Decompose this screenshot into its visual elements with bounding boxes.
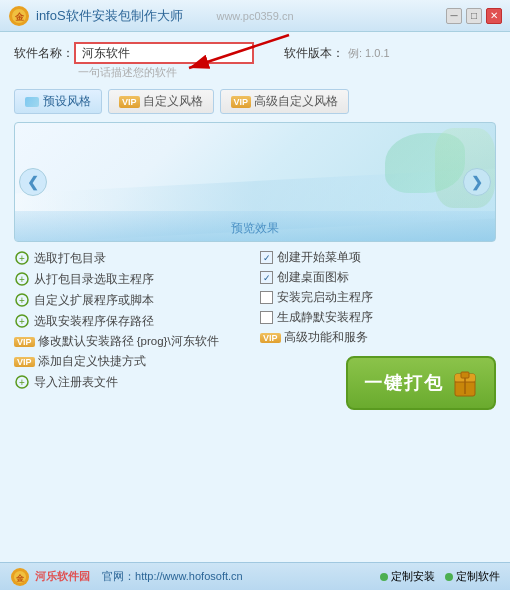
minimize-button[interactable]: ─ <box>446 8 462 24</box>
svg-text:金: 金 <box>15 574 25 583</box>
app-logo: 金 <box>8 5 30 27</box>
silent-install-checkbox[interactable] <box>260 311 273 324</box>
preview-area: ❮ ❯ 预览效果 <box>14 122 496 242</box>
modify-path-text: 修改默认安装路径 {prog}\河东软件 <box>38 334 219 349</box>
tab-preset-label: 预设风格 <box>43 93 91 110</box>
version-hint: 例: 1.0.1 <box>348 46 390 61</box>
advanced-vip-badge: VIP <box>231 96 252 108</box>
svg-rect-17 <box>461 372 469 378</box>
badge-custom-software: 定制软件 <box>445 569 500 584</box>
build-button[interactable]: 一键打包 <box>346 356 496 410</box>
svg-text:金: 金 <box>14 12 25 22</box>
option-select-dir[interactable]: + 选取打包目录 <box>14 250 250 266</box>
badge-dot-1 <box>380 573 388 581</box>
custom-ext-text: 自定义扩展程序或脚本 <box>34 293 154 308</box>
advanced-service-text: 高级功能和服务 <box>284 330 368 345</box>
desc-placeholder: 一句话描述您的软件 <box>78 65 177 80</box>
window-controls: ─ □ ✕ <box>446 8 502 24</box>
advanced-service-vip: VIP <box>260 333 281 343</box>
badge-custom-software-text: 定制软件 <box>456 569 500 584</box>
import-reg-text: 导入注册表文件 <box>34 375 118 390</box>
preview-nav-left[interactable]: ❮ <box>19 168 47 196</box>
name-label: 软件名称： <box>14 45 74 62</box>
start-menu-checkbox[interactable] <box>260 251 273 264</box>
footer-badges: 定制安装 定制软件 <box>380 569 500 584</box>
badge-custom-install: 定制安装 <box>380 569 435 584</box>
main-content: 软件名称： 软件版本： 例: 1.0.1 软件名称： 一句话描述您的软件 预设风… <box>0 32 510 562</box>
custom-vip-badge: VIP <box>119 96 140 108</box>
option-custom-ext[interactable]: + 自定义扩展程序或脚本 <box>14 292 250 308</box>
option-select-main[interactable]: + 从打包目录选取主程序 <box>14 271 250 287</box>
add-shortcut-text: 添加自定义快捷方式 <box>38 354 146 369</box>
tab-custom[interactable]: VIP 自定义风格 <box>108 89 214 114</box>
preset-tab-icon <box>25 97 39 107</box>
desktop-icon-checkbox[interactable] <box>260 271 273 284</box>
select-dir-icon: + <box>14 250 30 266</box>
select-main-icon: + <box>14 271 30 287</box>
svg-text:+: + <box>19 295 25 306</box>
title-bar: 金 infoS软件安装包制作大师 www.pc0359.cn ─ □ ✕ <box>0 0 510 32</box>
red-arrow-annotation <box>169 30 299 80</box>
svg-text:+: + <box>19 253 25 264</box>
launch-after-text: 安装完启动主程序 <box>277 290 373 305</box>
close-button[interactable]: ✕ <box>486 8 502 24</box>
desktop-icon-text: 创建桌面图标 <box>277 270 349 285</box>
svg-text:+: + <box>19 316 25 327</box>
add-shortcut-vip: VIP <box>14 357 35 367</box>
option-silent-install[interactable]: 生成静默安装程序 <box>260 310 496 325</box>
save-path-icon: + <box>14 313 30 329</box>
option-modify-path[interactable]: VIP 修改默认安装路径 {prog}\河东软件 <box>14 334 250 349</box>
select-main-text: 从打包目录选取主程序 <box>34 272 154 287</box>
option-start-menu[interactable]: 创建开始菜单项 <box>260 250 496 265</box>
option-add-shortcut[interactable]: VIP 添加自定义快捷方式 <box>14 354 250 369</box>
tab-custom-label: 自定义风格 <box>143 93 203 110</box>
footer-logo: 金 河乐软件园 <box>10 567 90 587</box>
right-options: 创建开始菜单项 创建桌面图标 安装完启动主程序 生成静默安装程序 VIP 高级功… <box>260 250 496 410</box>
svg-text:+: + <box>19 377 25 388</box>
preview-label: 预览效果 <box>231 220 279 237</box>
preview-nav-right[interactable]: ❯ <box>463 168 491 196</box>
select-dir-text: 选取打包目录 <box>34 251 106 266</box>
watermark: www.pc0359.cn <box>216 10 293 22</box>
option-advanced-service[interactable]: VIP 高级功能和服务 <box>260 330 496 345</box>
badge-dot-2 <box>445 573 453 581</box>
footer-url: 官网：http://www.hofosoft.cn <box>102 569 243 584</box>
build-button-label: 一键打包 <box>364 371 444 395</box>
modify-path-vip: VIP <box>14 337 35 347</box>
left-options: + 选取打包目录 + 从打包目录选取主程序 + 自定义扩展程序或脚本 + <box>14 250 250 410</box>
svg-text:+: + <box>19 274 25 285</box>
badge-custom-install-text: 定制安装 <box>391 569 435 584</box>
tab-advanced[interactable]: VIP 高级自定义风格 <box>220 89 350 114</box>
silent-install-text: 生成静默安装程序 <box>277 310 373 325</box>
option-import-reg[interactable]: + 导入注册表文件 <box>14 374 250 390</box>
custom-ext-icon: + <box>14 292 30 308</box>
tab-advanced-label: 高级自定义风格 <box>254 93 338 110</box>
build-button-icon <box>452 366 478 400</box>
svg-line-4 <box>189 35 289 68</box>
option-desktop-icon[interactable]: 创建桌面图标 <box>260 270 496 285</box>
option-save-path[interactable]: + 选取安装程序保存路径 <box>14 313 250 329</box>
footer: 金 河乐软件园 官网：http://www.hofosoft.cn 定制安装 定… <box>0 562 510 590</box>
import-reg-icon: + <box>14 374 30 390</box>
tab-preset[interactable]: 预设风格 <box>14 89 102 114</box>
save-path-text: 选取安装程序保存路径 <box>34 314 154 329</box>
launch-after-checkbox[interactable] <box>260 291 273 304</box>
option-launch-after[interactable]: 安装完启动主程序 <box>260 290 496 305</box>
start-menu-text: 创建开始菜单项 <box>277 250 361 265</box>
tabs-row: 预设风格 VIP 自定义风格 VIP 高级自定义风格 <box>14 89 496 114</box>
options-section: + 选取打包目录 + 从打包目录选取主程序 + 自定义扩展程序或脚本 + <box>14 250 496 410</box>
maximize-button[interactable]: □ <box>466 8 482 24</box>
